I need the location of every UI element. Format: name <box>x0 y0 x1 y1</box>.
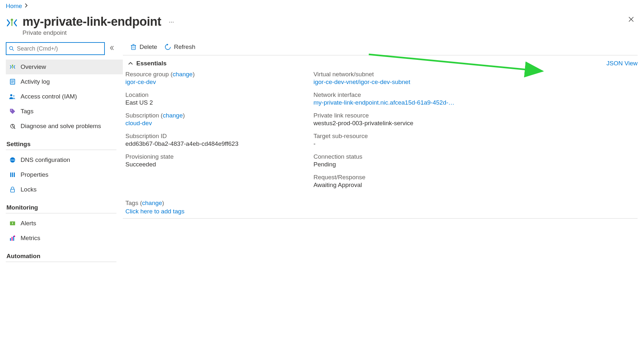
svg-rect-17 <box>10 173 11 177</box>
field-resource-group: Resource group (change) igor-ce-dev <box>125 71 301 86</box>
refresh-button[interactable]: Refresh <box>164 43 195 51</box>
subscription-id-label: Subscription ID <box>125 133 301 140</box>
svg-rect-22 <box>10 238 11 241</box>
essentials-header[interactable]: Essentials JSON View <box>123 55 638 70</box>
pl-resource-label: Private link resource <box>313 112 481 119</box>
chevron-right-icon <box>25 3 28 9</box>
resource-group-value[interactable]: igor-ce-dev <box>125 79 301 86</box>
svg-point-25 <box>14 236 15 237</box>
breadcrumb: Home <box>0 0 644 11</box>
svg-rect-23 <box>12 237 13 241</box>
subscription-value[interactable]: cloud-dev <box>125 120 301 127</box>
sidebar-item-diagnose[interactable]: Diagnose and solve problems <box>6 119 123 134</box>
svg-line-14 <box>14 127 15 129</box>
conn-status-value: Pending <box>313 161 481 168</box>
sidebar-item-metrics[interactable]: Metrics <box>6 231 123 246</box>
tags-icon <box>9 108 16 115</box>
sidebar-item-label: Metrics <box>21 235 40 242</box>
sidebar-item-label: Locks <box>21 186 37 193</box>
sidebar-item-label: Overview <box>21 63 46 70</box>
sidebar-item-tags[interactable]: Tags <box>6 104 123 119</box>
field-network-interface: Network interface my-private-link-endpoi… <box>313 91 481 106</box>
svg-text:DNS: DNS <box>10 159 15 161</box>
json-view-link[interactable]: JSON View <box>606 60 638 67</box>
provisioning-state-value: Succeeded <box>125 161 301 168</box>
target-sub-label: Target sub-resource <box>313 133 481 140</box>
add-tags-link[interactable]: Click here to add tags <box>125 208 638 215</box>
search-icon <box>9 46 14 51</box>
search-input[interactable] <box>17 45 102 52</box>
dns-icon: DNS <box>9 156 16 163</box>
svg-point-11 <box>13 95 15 97</box>
essentials-label: Essentials <box>136 60 167 67</box>
svg-point-2 <box>10 46 13 50</box>
main-content: Delete Refresh Essentials JSON View <box>123 42 644 219</box>
field-subscription: Subscription (change) cloud-dev <box>125 112 301 127</box>
sidebar-item-properties[interactable]: Properties <box>6 167 123 182</box>
collapse-sidebar-button[interactable] <box>109 45 114 52</box>
field-target-sub-resource: Target sub-resource - <box>313 133 481 147</box>
page-header: my-private-link-endpoint ··· Private end… <box>0 11 644 42</box>
essentials-grid: Resource group (change) igor-ce-dev Loca… <box>123 70 638 194</box>
sidebar: Overview Activity log Access control (IA… <box>0 42 123 265</box>
sidebar-item-locks[interactable]: Locks <box>6 182 123 197</box>
subscription-id-value: edd63b67-0ba2-4837-a4eb-cd484e9ff623 <box>125 140 301 147</box>
sidebar-item-activity-log[interactable]: Activity log <box>6 74 123 89</box>
tags-row: Tags (change) Click here to add tags <box>123 194 638 219</box>
tags-change-link[interactable]: change <box>142 200 162 206</box>
activity-log-icon <box>9 78 16 85</box>
svg-line-3 <box>13 49 14 51</box>
breadcrumb-home-link[interactable]: Home <box>6 3 22 10</box>
search-input-wrapper[interactable] <box>6 42 105 55</box>
sidebar-group-automation: Automation <box>6 246 116 262</box>
field-request-response: Request/Response Awaiting Approval <box>313 174 481 189</box>
field-private-link-resource: Private link resource westus2-prod-003-p… <box>313 112 481 127</box>
conn-status-label: Connection status <box>313 153 481 160</box>
private-endpoint-small-icon <box>9 63 16 70</box>
svg-point-10 <box>10 94 12 96</box>
sidebar-item-label: Access control (IAM) <box>21 93 77 100</box>
req-resp-value: Awaiting Approval <box>313 182 481 189</box>
toolbar: Delete Refresh <box>123 42 638 55</box>
essentials-right-column: Virtual network/subnet igor-ce-dev-vnet/… <box>313 71 481 194</box>
sidebar-item-overview[interactable]: Overview <box>6 60 123 74</box>
field-subscription-id: Subscription ID edd63b67-0ba2-4837-a4eb-… <box>125 133 301 147</box>
sidebar-group-settings: Settings <box>6 134 116 150</box>
page-title: my-private-link-endpoint <box>23 15 161 29</box>
delete-label: Delete <box>140 43 157 51</box>
sidebar-item-label: DNS configuration <box>21 156 70 163</box>
refresh-label: Refresh <box>174 43 195 51</box>
vnet-value[interactable]: igor-ce-dev-vnet/igor-ce-dev-subnet <box>313 79 481 86</box>
field-vnet-subnet: Virtual network/subnet igor-ce-dev-vnet/… <box>313 71 481 86</box>
tags-label: Tags <box>125 200 138 206</box>
sidebar-item-label: Diagnose and solve problems <box>21 123 101 130</box>
svg-point-0 <box>11 19 13 21</box>
svg-rect-18 <box>12 173 13 177</box>
close-button[interactable] <box>626 14 636 26</box>
metrics-icon <box>9 235 16 242</box>
sidebar-item-alerts[interactable]: Alerts <box>6 216 123 231</box>
private-endpoint-icon <box>6 17 18 29</box>
page-subtitle: Private endpoint <box>23 29 638 36</box>
location-label: Location <box>125 91 301 98</box>
more-actions-button[interactable]: ··· <box>169 18 174 25</box>
provisioning-state-label: Provisioning state <box>125 153 301 160</box>
sidebar-item-label: Activity log <box>21 78 50 85</box>
svg-rect-19 <box>14 173 15 177</box>
delete-button[interactable]: Delete <box>130 43 157 51</box>
sidebar-item-label: Alerts <box>21 220 36 227</box>
svg-rect-20 <box>11 189 14 192</box>
resource-group-label: Resource group <box>125 71 169 78</box>
refresh-icon <box>164 43 171 51</box>
nic-value[interactable]: my-private-link-endpoint.nic.afcea15d-61… <box>313 99 455 106</box>
access-control-icon <box>9 93 16 100</box>
sidebar-item-access-control[interactable]: Access control (IAM) <box>6 89 123 104</box>
field-location: Location East US 2 <box>125 91 301 106</box>
resource-group-change-link[interactable]: change <box>173 71 193 78</box>
sidebar-item-dns-config[interactable]: DNS DNS configuration <box>6 153 123 167</box>
subscription-change-link[interactable]: change <box>163 112 183 119</box>
subscription-label: Subscription <box>125 112 159 119</box>
target-sub-value: - <box>313 140 481 147</box>
sidebar-item-label: Tags <box>21 108 33 115</box>
essentials-left-column: Resource group (change) igor-ce-dev Loca… <box>125 71 301 194</box>
